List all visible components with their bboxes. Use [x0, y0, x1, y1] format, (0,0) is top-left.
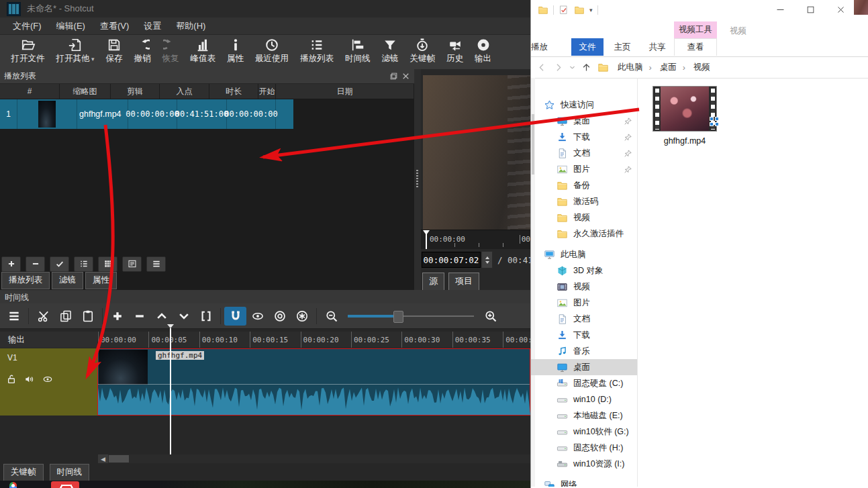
toolbar-button[interactable]: 输出	[469, 37, 497, 65]
timeline-output-label[interactable]: 输出	[0, 332, 97, 348]
scrub-playhead[interactable]	[426, 230, 427, 249]
sidebar-item[interactable]: 网络	[531, 477, 637, 487]
volume-icon[interactable]	[24, 374, 35, 385]
sidebar-item[interactable]: 图片	[531, 295, 637, 311]
sidebar-item[interactable]: 下载	[531, 129, 637, 145]
breadcrumb-item[interactable]: 此电脑	[615, 62, 655, 73]
panel-tab[interactable]: 滤镜	[52, 272, 83, 289]
column-header[interactable]: 开始	[258, 84, 276, 99]
sidebar-item[interactable]: 文档	[531, 145, 637, 161]
forward-icon[interactable]	[553, 62, 563, 72]
properties-check-icon[interactable]	[559, 5, 569, 15]
sidebar-item[interactable]: 文档	[531, 311, 637, 327]
sidebar-item[interactable]: 固态软件 (H:)	[531, 440, 637, 456]
column-header[interactable]: 剪辑	[111, 84, 160, 99]
menu-item[interactable]: 文件(F)	[5, 20, 49, 32]
sidebar-item[interactable]: 永久激活插件	[531, 226, 637, 242]
toolbar-button[interactable]: 历史	[441, 37, 469, 65]
bottom-tab[interactable]: 关键帧	[3, 464, 44, 481]
sidebar-item[interactable]: 3D 对象	[531, 262, 637, 279]
sidebar-item[interactable]: 桌面	[531, 359, 637, 375]
column-header[interactable]: 时长	[209, 84, 258, 99]
sidebar-item[interactable]: 视频	[531, 279, 637, 295]
menu-item[interactable]: 帮助(H)	[168, 20, 213, 32]
sidebar-item[interactable]: 此电脑	[531, 246, 637, 262]
timeline-ruler[interactable]: 00:00:0000:00:0500:00:1000:00:1500:00:20…	[98, 332, 530, 348]
sidebar-item[interactable]: win10软件 (G:)	[531, 424, 637, 440]
new-folder-icon[interactable]	[574, 5, 585, 15]
menu-item[interactable]: 编辑(E)	[49, 20, 93, 32]
player-scrub-bar[interactable]: 00:00:00 00	[421, 230, 530, 249]
sidebar-item[interactable]: 备份	[531, 177, 637, 193]
ribbon-tab[interactable]: 主页	[606, 38, 638, 56]
toolbar-button[interactable]: 恢复	[156, 37, 185, 65]
toolbar-button[interactable]: 打开文件	[5, 37, 50, 65]
video-preview[interactable]	[423, 75, 530, 230]
panel-tab[interactable]: 属性	[85, 272, 117, 289]
chrome-taskbar-icon[interactable]	[9, 482, 17, 488]
ribbon-tab[interactable]: 查看	[674, 38, 717, 56]
qat-caret-icon[interactable]: ▾	[589, 7, 593, 13]
ribbon-tab[interactable]: 播放	[531, 38, 548, 56]
toolbar-button[interactable]: 打开其他	[50, 37, 100, 65]
scroll-left-arrow[interactable]: ◀	[98, 454, 108, 463]
track-header[interactable]: V1	[0, 348, 97, 416]
column-header[interactable]: #	[0, 84, 60, 99]
sidebar-item[interactable]: 桌面	[531, 113, 637, 129]
position-timecode-input[interactable]: 00:00:07:02	[422, 252, 481, 268]
bottom-tab[interactable]: 时间线	[50, 464, 90, 481]
breadcrumb-item[interactable]: 桌面	[657, 62, 688, 73]
playlist-row[interactable]: 1 ghfhgf.mp4 00:00:00:00 00:41:51:00 00:…	[0, 99, 293, 129]
folder-icon[interactable]	[538, 5, 548, 15]
menu-item[interactable]: 设置	[136, 20, 168, 32]
minimize-button[interactable]	[765, 0, 795, 19]
column-header[interactable]: 缩略图	[60, 84, 111, 99]
sidebar-item[interactable]: 音乐	[531, 343, 637, 359]
toolbar-button[interactable]: 峰值表	[185, 37, 222, 65]
timeline-playhead[interactable]	[170, 328, 171, 454]
panel-splitter[interactable]	[414, 69, 421, 290]
close-panel-icon[interactable]	[401, 72, 410, 81]
toolbar-button[interactable]: 时间线	[340, 37, 377, 65]
unlock-icon[interactable]	[6, 374, 17, 385]
player-tab[interactable]: 源	[422, 273, 444, 291]
ribbon-tab[interactable]: 共享	[641, 38, 673, 56]
column-header[interactable]: 入点	[160, 84, 209, 99]
sidebar-item[interactable]: 激活码	[531, 193, 637, 209]
sidebar-item[interactable]: win10 (D:)	[531, 391, 637, 407]
history-caret-icon[interactable]	[569, 64, 575, 70]
toolbar-button[interactable]: 保存	[100, 37, 128, 65]
timecode-spinner[interactable]	[481, 251, 493, 269]
breadcrumb-item[interactable]: 视频	[691, 62, 719, 73]
player-tab[interactable]: 项目	[448, 273, 479, 291]
sidebar-item[interactable]: win10资源 (I:)	[531, 456, 637, 472]
toolbar-button[interactable]: 属性	[222, 37, 250, 65]
maximize-button[interactable]	[795, 0, 826, 19]
toolbar-button[interactable]: 关键帧	[404, 37, 441, 65]
toolbar-button[interactable]: 最近使用	[250, 37, 295, 65]
sidebar-item[interactable]: 快速访问	[531, 97, 637, 113]
back-icon[interactable]	[537, 62, 547, 72]
video-tools-contextual-tab[interactable]: 视频工具	[674, 21, 717, 38]
sidebar-item[interactable]: 视频	[531, 209, 637, 226]
timeline-zoom-slider[interactable]	[348, 310, 474, 322]
timeline-clip[interactable]: ghfhgf.mp4	[97, 348, 530, 416]
hide-icon[interactable]	[42, 374, 53, 385]
shotcut-titlebar[interactable]: 未命名* - Shotcut	[0, 0, 530, 17]
sidebar-item[interactable]: 本地磁盘 (E:)	[531, 407, 637, 424]
sidebar-item[interactable]: 图片	[531, 161, 637, 177]
up-directory-icon[interactable]	[581, 62, 591, 72]
close-button[interactable]	[826, 0, 856, 19]
explorer-titlebar[interactable]: ▾	[531, 0, 868, 20]
toolbar-button[interactable]: 滤镜	[376, 37, 404, 65]
zoom-slider-handle[interactable]	[393, 311, 403, 323]
column-header[interactable]: 日期	[276, 84, 414, 99]
explorer-file-area[interactable]: ghfhgf.mp4	[638, 78, 868, 487]
file-item[interactable]: ghfhgf.mp4	[647, 86, 722, 146]
panel-tab[interactable]: 播放列表	[1, 272, 50, 289]
sidebar-item[interactable]: 下载	[531, 327, 637, 343]
toolbar-button[interactable]: 撤销	[128, 37, 156, 65]
scrollbar-thumb[interactable]	[109, 455, 129, 462]
ribbon-tab[interactable]: 文件	[571, 38, 604, 56]
timeline-hscrollbar[interactable]: ◀	[98, 454, 530, 463]
